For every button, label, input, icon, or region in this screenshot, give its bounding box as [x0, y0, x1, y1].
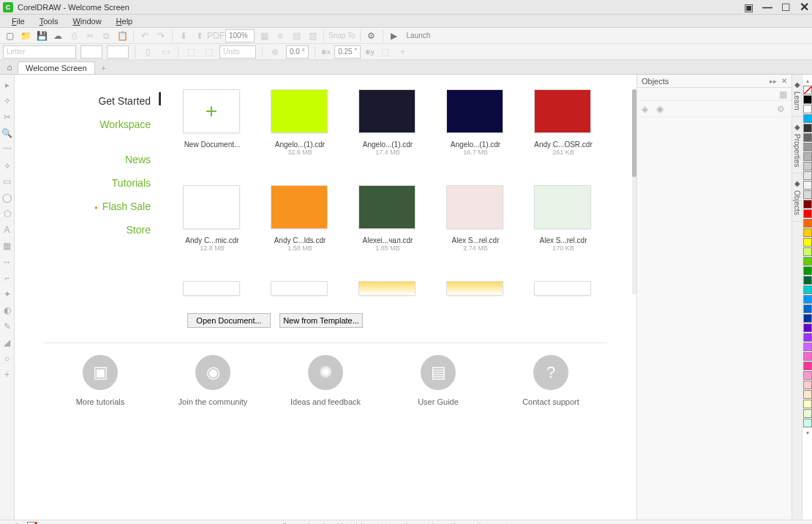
- effects-tool[interactable]: ✦: [1, 288, 13, 300]
- color-swatch[interactable]: [803, 219, 812, 228]
- transparency-tool[interactable]: ◐: [1, 304, 13, 316]
- menu-window[interactable]: Window: [67, 16, 107, 26]
- options-icon[interactable]: ⚙: [365, 29, 378, 42]
- smart-tool[interactable]: ⟡: [1, 160, 13, 171]
- color-swatch[interactable]: [803, 181, 812, 190]
- color-swatch[interactable]: [803, 238, 812, 247]
- color-swatch[interactable]: [803, 304, 812, 313]
- polygon-tool[interactable]: ⬠: [1, 208, 13, 220]
- file-thumb-partial[interactable]: [446, 281, 503, 296]
- color-swatch[interactable]: [803, 152, 812, 161]
- color-swatch[interactable]: [803, 314, 812, 323]
- recent-file[interactable]: Angelo...(1).cdr17.4 MB: [358, 89, 417, 156]
- recent-file[interactable]: Alex S...rel.cdr170 KB: [534, 185, 593, 252]
- file-thumb[interactable]: [271, 89, 328, 133]
- close-icon[interactable]: ✕: [800, 0, 809, 14]
- launch-icon[interactable]: ▶: [388, 29, 401, 42]
- color-swatch[interactable]: [803, 190, 812, 199]
- sidetab-learn[interactable]: ◆Learn: [792, 75, 802, 117]
- table-tool[interactable]: ▦: [1, 240, 13, 252]
- palette-up-icon[interactable]: ▴: [802, 76, 812, 86]
- color-swatch[interactable]: [803, 343, 812, 351]
- file-thumb[interactable]: [534, 89, 591, 133]
- color-swatch[interactable]: [803, 381, 812, 389]
- file-thumb-partial[interactable]: [183, 281, 240, 296]
- color-swatch[interactable]: [803, 323, 812, 332]
- color-swatch[interactable]: [803, 400, 812, 408]
- link-more-tutorials[interactable]: ▣More tutorials: [45, 355, 155, 406]
- file-thumb[interactable]: [358, 185, 416, 229]
- color-swatch[interactable]: [803, 133, 812, 142]
- new-icon[interactable]: ▢: [3, 29, 16, 42]
- color-swatch[interactable]: [803, 295, 812, 304]
- file-thumb[interactable]: [446, 185, 503, 229]
- file-thumb[interactable]: [534, 185, 591, 229]
- rect-tool[interactable]: ▭: [1, 176, 13, 187]
- zoom-tool[interactable]: 🔍: [1, 127, 13, 139]
- add-tab-icon[interactable]: +: [98, 62, 110, 74]
- outline-tool[interactable]: ○: [1, 353, 13, 364]
- file-thumb-partial[interactable]: [358, 281, 416, 296]
- palette-down-icon[interactable]: ▾: [802, 428, 812, 438]
- docker-options-icon[interactable]: ▦: [779, 89, 787, 100]
- page-width-field[interactable]: [80, 45, 102, 59]
- color-swatch[interactable]: [803, 390, 812, 399]
- color-swatch[interactable]: [803, 419, 812, 427]
- menu-file[interactable]: File: [6, 16, 31, 26]
- page-icon[interactable]: ◉: [656, 104, 666, 114]
- menu-help[interactable]: Help: [110, 16, 139, 26]
- file-thumb[interactable]: [446, 89, 503, 133]
- file-thumb-partial[interactable]: [534, 281, 591, 296]
- nav-flash-sale[interactable]: Flash Sale: [15, 195, 151, 218]
- minimize-icon[interactable]: —: [762, 1, 772, 13]
- tab-welcome[interactable]: Welcome Screen: [18, 61, 95, 74]
- save-icon[interactable]: 💾: [35, 29, 48, 42]
- docker-collapse-icon[interactable]: ▸▸: [770, 78, 777, 85]
- eyedropper-tool[interactable]: ✎: [1, 321, 13, 332]
- recent-file[interactable]: Andy C...mic.cdr12.8 MB: [183, 185, 241, 252]
- restore-down-icon[interactable]: ▣: [744, 1, 753, 13]
- color-swatch[interactable]: [803, 333, 812, 342]
- layer-icon[interactable]: ◈: [642, 104, 652, 114]
- color-swatch[interactable]: [803, 162, 812, 171]
- color-swatch[interactable]: [803, 209, 812, 218]
- nav-store[interactable]: Store: [15, 218, 151, 242]
- recent-file[interactable]: Angelo...(1).cdr16.7 MB: [446, 89, 505, 156]
- page-height-field[interactable]: [107, 45, 129, 59]
- recent-file[interactable]: Andy C...lds.cdr1.58 MB: [271, 185, 329, 252]
- open-document-button[interactable]: Open Document...: [187, 313, 271, 328]
- zoom-combo[interactable]: 100%: [225, 29, 255, 42]
- add-tool[interactable]: +: [1, 369, 13, 381]
- nav-tutorials[interactable]: Tutorials: [15, 171, 151, 195]
- color-swatch[interactable]: [803, 124, 812, 132]
- recent-file[interactable]: Angelo...(1).cdr32.6 MB: [271, 89, 329, 156]
- link-ideas-and-feedback[interactable]: ✺Ideas and feedback: [271, 355, 380, 406]
- text-tool[interactable]: A: [1, 224, 13, 236]
- file-thumb[interactable]: [271, 185, 328, 229]
- cloud-icon[interactable]: ☁: [51, 29, 64, 42]
- new-from-template-button[interactable]: New from Template...: [279, 313, 363, 328]
- launch-combo[interactable]: Launch: [404, 29, 434, 42]
- units-combo[interactable]: Units: [219, 45, 256, 59]
- nav-news[interactable]: News: [15, 148, 151, 171]
- pick-tool[interactable]: ▸: [1, 79, 13, 91]
- file-thumb-partial[interactable]: [271, 281, 328, 296]
- color-swatch[interactable]: [803, 285, 812, 294]
- color-swatch[interactable]: [803, 171, 812, 180]
- color-swatch[interactable]: [803, 257, 812, 266]
- maximize-icon[interactable]: ☐: [781, 1, 791, 13]
- no-color-swatch[interactable]: [803, 86, 812, 94]
- color-swatch[interactable]: [803, 266, 812, 275]
- link-join-the-community[interactable]: ◉Join the community: [158, 355, 268, 406]
- color-swatch[interactable]: [803, 95, 812, 104]
- color-swatch[interactable]: [803, 371, 812, 380]
- color-swatch[interactable]: [803, 409, 812, 418]
- fill-tool[interactable]: ◢: [1, 337, 13, 348]
- file-thumb[interactable]: [358, 89, 416, 133]
- color-swatch[interactable]: [803, 143, 812, 151]
- docker-close-icon[interactable]: ✕: [781, 77, 787, 85]
- sidetab-objects[interactable]: ◆Objects: [792, 173, 802, 222]
- menu-tools[interactable]: Tools: [34, 16, 64, 26]
- color-swatch[interactable]: [803, 247, 812, 256]
- shape-tool[interactable]: ✧: [1, 95, 13, 107]
